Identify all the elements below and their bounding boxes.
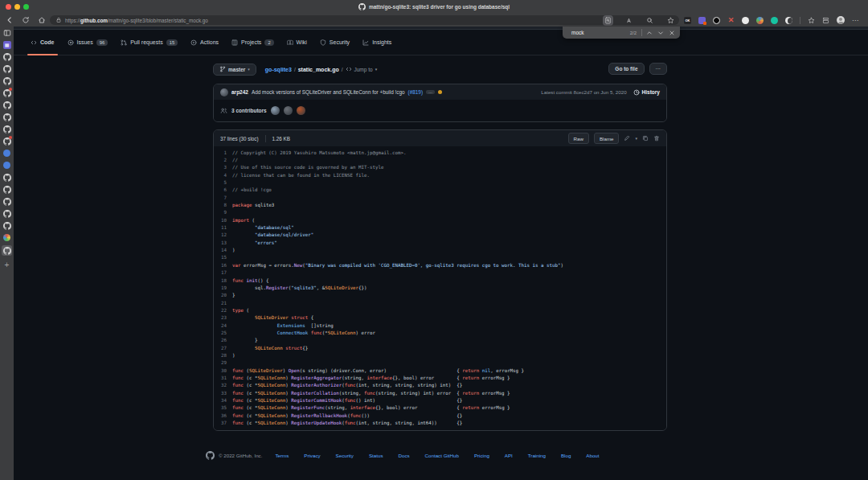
address-bar[interactable]: https://github.com/mattn/go-sqlite3/blob… [50, 15, 679, 25]
browser-vertical-tab[interactable] [2, 125, 11, 133]
commit-pr-link[interactable]: (#819) [408, 89, 423, 95]
new-tab-button[interactable]: + [5, 261, 10, 269]
tab-issues[interactable]: Issues96 [61, 30, 115, 55]
line-number[interactable]: 8 [214, 203, 227, 207]
line-number[interactable]: 25 [214, 330, 227, 335]
open-with-desktop-icon[interactable] [642, 135, 649, 142]
footer-link-blog[interactable]: Blog [561, 453, 571, 458]
line-number[interactable]: 37 [214, 421, 227, 425]
line-number[interactable]: 24 [214, 323, 227, 328]
browser-vertical-tab[interactable] [2, 101, 11, 109]
footer-link-api[interactable]: API [505, 453, 513, 458]
line-number[interactable]: 10 [214, 218, 227, 223]
tab-pull-requests[interactable]: Pull requests15 [114, 30, 184, 55]
extension-icon[interactable]: OK [684, 17, 691, 24]
footer-link-about[interactable]: About [586, 453, 599, 458]
home-icon[interactable] [38, 16, 46, 24]
tab-code[interactable]: Code [24, 30, 61, 55]
contributor-avatar[interactable] [284, 106, 293, 115]
browser-vertical-tab[interactable] [2, 113, 11, 121]
footer-link-pricing[interactable]: Pricing [474, 453, 489, 458]
line-number[interactable]: 26 [214, 338, 227, 343]
more-options-button[interactable]: ··· [649, 63, 668, 75]
line-number[interactable]: 18 [214, 278, 227, 283]
browser-vertical-tab[interactable] [2, 64, 11, 73]
line-number[interactable]: 34 [214, 398, 227, 403]
zoom-page-icon[interactable] [646, 17, 653, 24]
browser-vertical-tab[interactable] [2, 245, 12, 256]
caret-down-icon[interactable]: ▾ [635, 136, 637, 141]
commit-author[interactable]: arp242 [231, 89, 248, 95]
close-find-icon[interactable] [669, 30, 675, 36]
tab-insights[interactable]: Insights [356, 30, 398, 55]
extension-icon[interactable] [785, 17, 792, 24]
favorites-icon[interactable] [667, 17, 674, 24]
line-number[interactable]: 35 [214, 405, 227, 410]
extension-icon-disabled[interactable]: ✕ [727, 17, 735, 24]
line-number[interactable]: 2 [214, 158, 227, 162]
browser-vertical-tab[interactable] [2, 209, 11, 218]
browser-vertical-tab[interactable] [2, 197, 11, 206]
extension-icon[interactable] [713, 17, 720, 24]
browser-vertical-tab[interactable] [2, 137, 11, 146]
line-number[interactable]: 22 [214, 308, 227, 313]
jump-to-button[interactable]: Jump to [354, 67, 373, 72]
line-number[interactable]: 9 [214, 210, 227, 215]
commit-description-toggle[interactable]: … [426, 90, 435, 94]
line-number[interactable]: 16 [214, 263, 227, 268]
find-query-input[interactable]: mock [571, 30, 630, 35]
raw-button[interactable]: Raw [568, 133, 589, 144]
collections-icon[interactable] [822, 17, 829, 24]
browser-vertical-tab[interactable] [2, 88, 11, 97]
profile-avatar[interactable] [837, 16, 845, 24]
line-number[interactable]: 6 [214, 187, 227, 192]
extension-icon[interactable] [698, 17, 706, 24]
footer-link-status[interactable]: Status [369, 453, 383, 458]
extension-icon[interactable] [742, 17, 749, 24]
refresh-icon[interactable] [22, 16, 30, 24]
find-in-page-icon[interactable] [604, 17, 612, 24]
tab-projects[interactable]: Projects2 [225, 30, 280, 55]
browser-vertical-tab[interactable] [2, 173, 11, 182]
footer-link-privacy[interactable]: Privacy [304, 453, 320, 458]
branch-selector-button[interactable]: master ▾ [213, 64, 256, 76]
history-button[interactable]: History [633, 89, 660, 96]
breadcrumb-repo-link[interactable]: go-sqlite3 [265, 67, 292, 72]
extension-icon[interactable] [771, 17, 778, 24]
line-number[interactable]: 11 [214, 225, 227, 230]
line-number[interactable]: 20 [214, 293, 227, 297]
browser-vertical-tab[interactable] [2, 161, 11, 170]
back-icon[interactable] [6, 16, 14, 24]
footer-link-terms[interactable]: Terms [275, 453, 289, 458]
browser-vertical-tab[interactable] [2, 76, 11, 85]
line-number[interactable]: 33 [214, 391, 227, 396]
tab-panel-toggle-icon[interactable] [2, 28, 11, 37]
line-number[interactable]: 1 [214, 150, 227, 155]
line-number[interactable]: 29 [214, 360, 227, 365]
line-number[interactable]: 12 [214, 232, 227, 237]
delete-file-icon[interactable] [653, 135, 660, 142]
commit-message[interactable]: Add mock versions of SQLiteDriver and SQ… [252, 89, 405, 95]
line-number[interactable]: 15 [214, 255, 227, 260]
line-number[interactable]: 21 [214, 301, 227, 306]
commit-author-avatar[interactable] [220, 88, 228, 96]
line-number[interactable]: 27 [214, 346, 227, 351]
read-aloud-icon[interactable] [625, 17, 633, 24]
contributors-count[interactable]: 3 contributors [231, 108, 267, 113]
browser-vertical-tab[interactable]: ▦ [2, 40, 11, 49]
line-number[interactable]: 23 [214, 315, 227, 320]
browser-menu-icon[interactable]: ⋯ [852, 17, 859, 24]
line-number[interactable]: 32 [214, 383, 227, 388]
browser-vertical-tab[interactable] [2, 221, 11, 230]
line-number[interactable]: 28 [214, 353, 227, 358]
find-previous-icon[interactable] [646, 30, 653, 36]
line-number[interactable]: 30 [214, 368, 227, 373]
line-number[interactable]: 14 [214, 248, 227, 252]
status-pending-dot[interactable] [438, 90, 442, 94]
browser-vertical-tab[interactable] [2, 233, 11, 242]
line-number[interactable]: 17 [214, 270, 227, 275]
line-number[interactable]: 36 [214, 413, 227, 418]
footer-link-docs[interactable]: Docs [398, 453, 409, 458]
browser-vertical-tab[interactable] [2, 52, 11, 61]
line-number[interactable]: 19 [214, 285, 227, 290]
